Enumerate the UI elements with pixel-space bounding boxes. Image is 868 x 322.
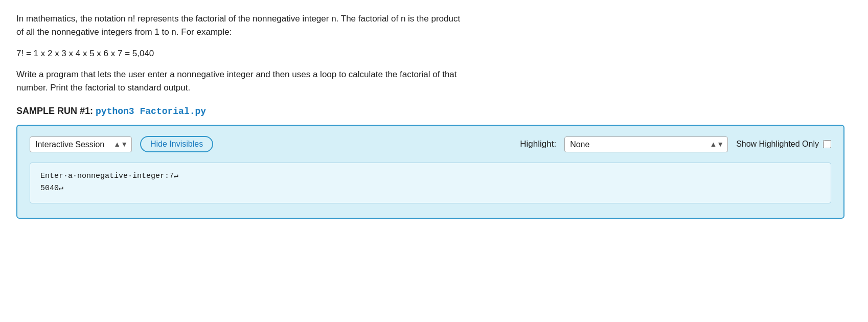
session-container: Interactive Session Standard Run ▲▼ Hide… xyxy=(16,125,844,219)
show-highlighted-wrapper: Show Highlighted Only xyxy=(736,140,831,149)
description-paragraph1: In mathematics, the notation n! represen… xyxy=(16,12,466,39)
formula-line: 7! = 1 x 2 x 3 x 4 x 5 x 6 x 7 = 5,040 xyxy=(16,49,852,59)
hide-invisibles-button[interactable]: Hide Invisibles xyxy=(140,136,213,152)
session-type-select-wrapper: Interactive Session Standard Run ▲▼ xyxy=(30,136,132,152)
output-line-2: 5040↵ xyxy=(40,182,820,195)
sample-run-command: python3 Factorial.py xyxy=(96,106,206,117)
show-highlighted-label: Show Highlighted Only xyxy=(736,140,819,149)
highlight-label: Highlight: xyxy=(520,139,556,149)
show-highlighted-checkbox[interactable] xyxy=(823,140,831,148)
output-line-1: Enter·a·nonnegative·integer:7↵ xyxy=(40,170,820,182)
session-output: Enter·a·nonnegative·integer:7↵ 5040↵ xyxy=(30,163,831,203)
sample-run-label-bold: SAMPLE RUN #1: xyxy=(16,106,93,116)
session-type-select[interactable]: Interactive Session Standard Run xyxy=(30,136,132,152)
highlight-select-wrapper: None Differences Errors ▲▼ xyxy=(564,136,728,152)
description-paragraph2: Write a program that lets the user enter… xyxy=(16,68,466,95)
page-content: In mathematics, the notation n! represen… xyxy=(16,12,852,219)
highlight-select[interactable]: None Differences Errors xyxy=(564,136,728,152)
session-toolbar: Interactive Session Standard Run ▲▼ Hide… xyxy=(30,136,831,152)
sample-run-heading: SAMPLE RUN #1: python3 Factorial.py xyxy=(16,106,852,117)
